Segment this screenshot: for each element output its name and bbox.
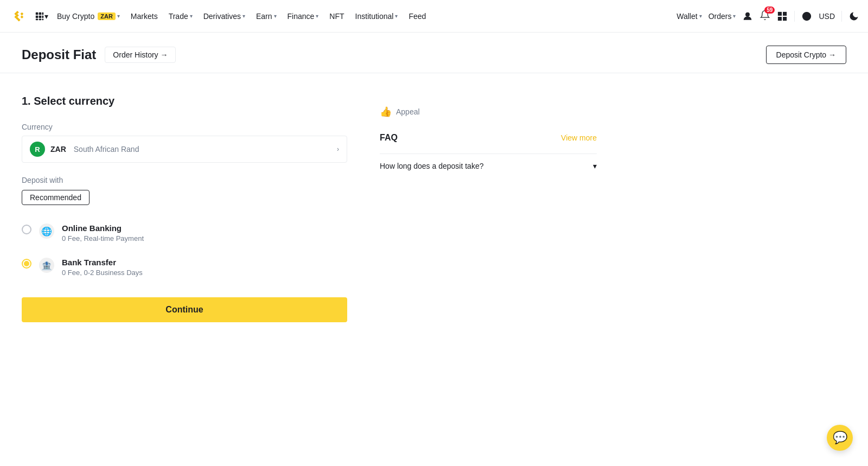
globe-icon[interactable] [801, 11, 812, 22]
svg-rect-6 [42, 15, 44, 18]
scan-icon[interactable] [777, 11, 788, 22]
nav-item-institutional[interactable]: Institutional ▾ [351, 10, 403, 23]
svg-rect-5 [39, 15, 42, 18]
online-banking-icon: 🌐 [39, 224, 54, 239]
faq-title: FAQ [380, 133, 398, 143]
page-title: Deposit Fiat [22, 47, 96, 62]
nav-items: Buy Crypto ZAR ▾ Markets Trade ▾ Derivat… [53, 10, 676, 23]
wallet-caret: ▾ [699, 13, 702, 19]
notification-count: 59 [764, 7, 775, 14]
deposit-with-label: Deposit with [22, 176, 347, 184]
payment-option-bank-transfer[interactable]: 🏦 Bank Transfer 0 Fee, 0-2 Business Days [22, 250, 347, 284]
bank-transfer-icon: 🏦 [39, 258, 54, 273]
currency-label: Currency [22, 123, 347, 131]
nav-item-earn[interactable]: Earn ▾ [252, 10, 281, 23]
nav-label-finance: Finance [288, 12, 315, 21]
continue-button[interactable]: Continue [22, 297, 347, 322]
deposit-crypto-button[interactable]: Deposit Crypto → [766, 46, 846, 64]
nav-item-buy-crypto[interactable]: Buy Crypto ZAR ▾ [53, 10, 124, 23]
orders-caret: ▾ [733, 13, 736, 19]
radio-inner-bank-transfer [24, 261, 29, 266]
main-content: 1. Select currency Currency R ZAR South … [0, 73, 868, 344]
nav-item-derivatives[interactable]: Derivatives ▾ [199, 10, 250, 23]
notifications-button[interactable]: 59 [760, 10, 770, 22]
svg-rect-9 [42, 18, 44, 20]
view-more-link[interactable]: View more [561, 133, 597, 142]
payment-option-online-banking[interactable]: 🌐 Online Banking 0 Fee, Real-time Paymen… [22, 216, 347, 250]
page-header-left: Deposit Fiat Order History → [22, 47, 176, 63]
svg-rect-11 [778, 12, 782, 15]
left-panel: 1. Select currency Currency R ZAR South … [22, 95, 347, 322]
online-banking-detail: 0 Fee, Real-time Payment [62, 234, 144, 242]
svg-rect-1 [36, 12, 39, 15]
nav-label-trade: Trade [169, 12, 188, 21]
currency-selector-dropdown[interactable]: R ZAR South African Rand › [22, 136, 347, 163]
nav-label-feed: Feed [409, 12, 426, 21]
section-title: 1. Select currency [22, 95, 347, 107]
currency-icon: R [30, 142, 45, 157]
nav-right: Wallet ▾ Orders ▾ 59 USD [676, 10, 859, 22]
bank-transfer-name: Bank Transfer [62, 258, 143, 267]
svg-rect-14 [783, 17, 787, 20]
right-panel: 👍 Appeal FAQ View more How long does a d… [380, 95, 597, 322]
nav-wallet[interactable]: Wallet ▾ [676, 12, 701, 21]
profile-icon[interactable] [742, 11, 753, 22]
nav-item-nft[interactable]: NFT [325, 10, 348, 23]
page-header: Deposit Fiat Order History → Deposit Cry… [0, 33, 868, 73]
nav-label-derivatives: Derivatives [203, 12, 241, 21]
nav-label-institutional: Institutional [355, 12, 394, 21]
radio-online-banking[interactable] [22, 225, 31, 234]
nav-label-buy-crypto: Buy Crypto [57, 12, 94, 21]
nav-divider-2 [841, 11, 842, 22]
navbar: ▾ Buy Crypto ZAR ▾ Markets Trade ▾ Deriv… [0, 0, 868, 33]
online-banking-info: Online Banking 0 Fee, Real-time Payment [62, 224, 144, 242]
nav-item-feed[interactable]: Feed [404, 10, 430, 23]
appeal-icon: 👍 [380, 106, 392, 118]
nav-item-trade[interactable]: Trade ▾ [164, 10, 197, 23]
svg-rect-7 [36, 18, 39, 20]
appeal-row: 👍 Appeal [380, 106, 597, 118]
logo[interactable] [9, 8, 26, 25]
nav-label-earn: Earn [256, 12, 272, 21]
currency-code: ZAR [50, 145, 66, 154]
faq-chevron-icon: ▾ [593, 162, 597, 170]
nav-item-finance[interactable]: Finance ▾ [283, 10, 323, 23]
faq-item-deposit-time[interactable]: How long does a deposit take? ▾ [380, 154, 597, 178]
radio-bank-transfer[interactable] [22, 259, 31, 269]
svg-rect-3 [42, 12, 44, 15]
grid-caret: ▾ [44, 12, 48, 21]
theme-toggle[interactable] [848, 11, 859, 22]
buy-crypto-caret: ▾ [117, 13, 120, 19]
currency-select-left: R ZAR South African Rand [30, 142, 139, 157]
bank-transfer-detail: 0 Fee, 0-2 Business Days [62, 269, 143, 277]
currency-name: South African Rand [74, 145, 139, 154]
nav-orders[interactable]: Orders ▾ [709, 12, 736, 21]
finance-caret: ▾ [316, 13, 318, 19]
derivatives-caret: ▾ [242, 13, 245, 19]
svg-rect-2 [39, 12, 42, 15]
appeal-label: Appeal [396, 107, 420, 116]
zar-badge: ZAR [98, 12, 116, 20]
faq-header: FAQ View more [380, 133, 597, 143]
online-banking-name: Online Banking [62, 224, 144, 233]
recommended-tab[interactable]: Recommended [22, 190, 90, 205]
trade-caret: ▾ [190, 13, 193, 19]
svg-point-10 [746, 12, 750, 16]
nav-label-nft: NFT [329, 12, 344, 21]
institutional-caret: ▾ [395, 13, 398, 19]
currency-dropdown-caret: › [337, 145, 339, 153]
currency-selector[interactable]: USD [819, 12, 835, 21]
faq-question: How long does a deposit take? [380, 162, 483, 170]
nav-label-markets: Markets [131, 12, 158, 21]
order-history-button[interactable]: Order History → [105, 47, 176, 63]
earn-caret: ▾ [274, 13, 277, 19]
bank-transfer-info: Bank Transfer 0 Fee, 0-2 Business Days [62, 258, 143, 277]
nav-grid-icon[interactable]: ▾ [35, 11, 48, 21]
nav-item-markets[interactable]: Markets [126, 10, 162, 23]
wallet-label: Wallet [676, 12, 697, 21]
svg-rect-13 [778, 17, 782, 20]
nav-divider-1 [794, 11, 795, 22]
svg-rect-12 [783, 12, 787, 15]
currency-label: USD [819, 12, 835, 21]
svg-rect-4 [36, 15, 39, 18]
